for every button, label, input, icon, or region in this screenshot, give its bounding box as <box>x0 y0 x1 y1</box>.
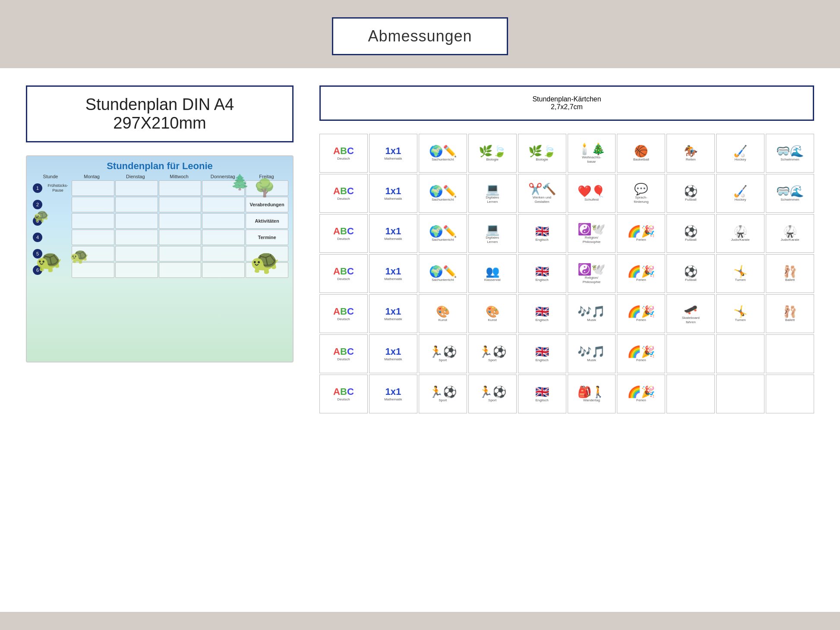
card-kunst-1: 🎨 Kunst <box>419 294 467 333</box>
card-math-6: 1x1 Mathematik <box>369 334 417 373</box>
cards-grid: ABC Deutsch 1x1 Mathematik 🌍✏️ Sachunter… <box>319 134 814 413</box>
card-basketball: 🏀 Basketball <box>617 134 665 173</box>
cell <box>159 230 202 245</box>
left-panel: Stundenplan DIN A4 297X210mm Stundenplan… <box>26 85 294 595</box>
cell <box>115 246 158 261</box>
card-deutsch-1: ABC Deutsch <box>319 134 368 173</box>
stundenplan-heading: Stundenplan für Leonie <box>27 156 293 174</box>
card-sport-4: 🏃⚽ Sport <box>468 375 517 413</box>
left-title-box: Stundenplan DIN A4 297X210mm <box>26 85 294 142</box>
card-hockey-1: 🏑 Hockey <box>716 134 764 173</box>
card-deutsch-2: ABC Deutsch <box>319 174 368 213</box>
right-title-line1: Stundenplan-Kärtchen <box>334 95 800 103</box>
turtle-icon-2: 🐢 <box>70 247 89 265</box>
card-werken: ✂️🔨 Werken undGestalten <box>518 174 566 213</box>
cell <box>159 262 202 278</box>
cell <box>72 197 114 212</box>
card-englisch-5: 🇬🇧 Englisch <box>518 375 566 413</box>
card-biologie-1: 🌿🍃 Biologie <box>468 134 517 173</box>
abmessungen-title: Abmessungen <box>368 27 472 45</box>
card-ballett-2: 🩰 Ballett <box>766 294 814 333</box>
card-musik-1: 🎶🎵 Musik <box>568 294 616 333</box>
card-schwimmen-2: 🥽🌊 Schwimmen <box>766 174 814 213</box>
card-ferien-4: 🌈🎉 Ferien <box>617 334 665 373</box>
top-section: Abmessungen <box>0 0 840 68</box>
card-empty-6 <box>766 375 814 413</box>
card-englisch-4: 🇬🇧 Englisch <box>518 334 566 373</box>
card-englisch-3: 🇬🇧 Englisch <box>518 294 566 333</box>
stundenplan-preview: Stundenplan für Leonie Stunde Montag Die… <box>26 155 294 362</box>
card-englisch-2: 🇬🇧 Englisch <box>518 254 566 293</box>
turtle-icon-1: 🐢 <box>35 249 62 274</box>
cell <box>159 246 202 261</box>
card-schulfest: ❤️🎈 Schulfest <box>568 174 616 213</box>
right-panel: Stundenplan-Kärtchen 2,7x2,7cm ABC Deuts… <box>319 85 814 595</box>
cell <box>202 230 245 245</box>
card-math-7: 1x1 Mathematik <box>369 375 417 413</box>
card-kunst-2: 🎨 Kunst <box>468 294 517 333</box>
cell <box>115 230 158 245</box>
card-sport-3: 🏃⚽ Sport <box>419 375 467 413</box>
card-sachunterricht-4: 🌍✏️ Sachunterricht <box>419 254 467 293</box>
cell <box>115 197 158 212</box>
card-skateboard: 🛹 Skateboardfahren <box>666 294 715 333</box>
card-sachunterricht-1: 🌍✏️ Sachunterricht <box>419 134 467 173</box>
cell <box>159 180 202 196</box>
card-englisch-1: 🇬🇧 Englisch <box>518 214 566 253</box>
card-math-3: 1x1 Mathematik <box>369 214 417 253</box>
card-fussball-3: ⚽ Fußball <box>666 254 715 293</box>
card-turnen-1: 🤸 Turnen <box>716 254 764 293</box>
aktivitaeten-label: Aktivitäten <box>246 213 288 229</box>
card-ferien-1: 🌈🎉 Ferien <box>617 214 665 253</box>
card-digitales-2: 💻 DigitalesLernen <box>468 214 517 253</box>
card-ballett-1: 🩰 Ballett <box>766 254 814 293</box>
left-title-line1: Stundenplan DIN A4 <box>40 95 279 114</box>
card-math-5: 1x1 Mathematik <box>369 294 417 333</box>
row-num-4: 4 <box>31 230 44 245</box>
card-ferien-2: 🌈🎉 Ferien <box>617 254 665 293</box>
card-math-4: 1x1 Mathematik <box>369 254 417 293</box>
card-biologie-2: 🌿🍃 Biologie <box>518 134 566 173</box>
main-content: Stundenplan DIN A4 297X210mm Stundenplan… <box>0 68 840 612</box>
cell <box>202 262 245 278</box>
card-digitales-1: 💻 DigitalesLernen <box>468 174 517 213</box>
card-sachunterricht-2: 🌍✏️ Sachunterricht <box>419 174 467 213</box>
cell <box>72 180 114 196</box>
card-wandertag: 🎒🚶 Wandertag <box>568 375 616 413</box>
card-sachunterricht-3: 🌍✏️ Sachunterricht <box>419 214 467 253</box>
card-reiten: 🏇 Reiten <box>666 134 715 173</box>
card-fussball-2: ⚽ Fußball <box>666 214 715 253</box>
turtle-icon-4: 🐢 <box>33 208 49 223</box>
card-turnen-2: 🤸 Turnen <box>716 294 764 333</box>
card-klassenrat: 👥 Klassenrat <box>468 254 517 293</box>
card-empty-5 <box>716 375 764 413</box>
card-deutsch-3: ABC Deutsch <box>319 214 368 253</box>
stundenplan-row: 4 Termine <box>31 230 288 245</box>
card-judo-2: 🥋 Judo/Karate <box>766 214 814 253</box>
termine-label: Termine <box>246 230 288 245</box>
card-math-2: 1x1 Mathematik <box>369 174 417 213</box>
card-fussball-1: ⚽ Fußball <box>666 174 715 213</box>
row-num-1: 1 <box>31 180 44 196</box>
card-religion-2: ☯️🕊️ Religion/Philosophie <box>568 254 616 293</box>
card-empty-3 <box>766 334 814 373</box>
abmessungen-box: Abmessungen <box>332 17 508 55</box>
cell <box>159 213 202 229</box>
card-sport-2: 🏃⚽ Sport <box>468 334 517 373</box>
card-sport-1: 🏃⚽ Sport <box>419 334 467 373</box>
row-label-1: Frühstücks-Pause <box>45 183 71 193</box>
cell <box>159 197 202 212</box>
card-hockey-2: 🏑 Hockey <box>716 174 764 213</box>
cell <box>115 180 158 196</box>
card-empty-2 <box>716 334 764 373</box>
stundenplan-row: 3 Aktivitäten <box>31 213 288 229</box>
stundenplan-row: 2 Verabredungen <box>31 197 288 212</box>
cell <box>202 213 245 229</box>
tree-icon-1: 🌳 <box>254 178 275 198</box>
card-deutsch-4: ABC Deutsch <box>319 254 368 293</box>
card-deutsch-7: ABC Deutsch <box>319 375 368 413</box>
stundenplan-content: Stundenplan für Leonie Stunde Montag Die… <box>27 156 293 278</box>
card-math-1: 1x1 Mathematik <box>369 134 417 173</box>
card-sprachfoerderung: 💬 Sprach-förderung <box>617 174 665 213</box>
card-ferien-3: 🌈🎉 Ferien <box>617 294 665 333</box>
